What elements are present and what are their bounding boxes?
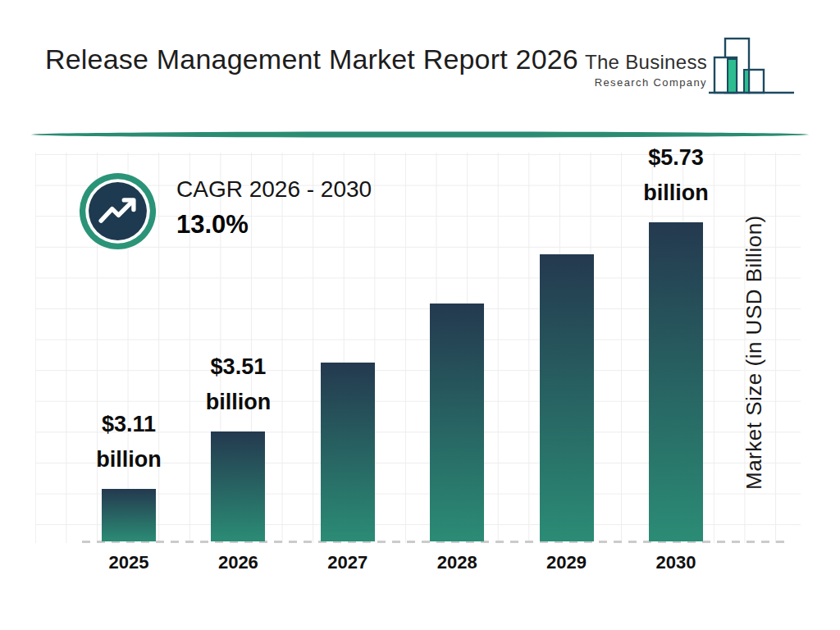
x-axis-label: 2030 bbox=[655, 552, 696, 573]
cagr-callout: CAGR 2026 - 2030 13.0% bbox=[78, 171, 372, 251]
cagr-text: CAGR 2026 - 2030 13.0% bbox=[176, 171, 372, 251]
divider bbox=[31, 127, 809, 135]
x-axis-label: 2026 bbox=[218, 552, 258, 573]
bar bbox=[321, 363, 375, 541]
x-axis-label: 2027 bbox=[327, 552, 368, 573]
cagr-value: 13.0% bbox=[176, 210, 372, 240]
bar-value-label: $3.11 billion bbox=[75, 407, 183, 477]
logo-text: The Business Research Company bbox=[584, 51, 707, 89]
bar bbox=[102, 489, 156, 541]
cagr-label: CAGR 2026 - 2030 bbox=[176, 176, 372, 203]
bar bbox=[649, 222, 703, 541]
x-axis-label: 2025 bbox=[109, 552, 149, 573]
bar bbox=[430, 304, 484, 541]
bar bbox=[540, 254, 594, 541]
x-axis-label: 2029 bbox=[546, 552, 587, 573]
logo-name: The Business bbox=[584, 51, 707, 74]
x-axis-label: 2028 bbox=[437, 552, 477, 573]
bar-slot: 2029 bbox=[540, 153, 594, 541]
bar-slot: 2028 bbox=[430, 153, 484, 541]
company-logo: The Business Research Company bbox=[584, 30, 794, 97]
bar bbox=[211, 431, 265, 541]
y-axis-title: Market Size (in USD Billion) bbox=[735, 164, 773, 541]
logo-tagline: Research Company bbox=[584, 76, 707, 89]
logo-bars-icon bbox=[709, 30, 794, 97]
bar-value-label: $3.51 billion bbox=[184, 349, 292, 420]
page-title: Release Management Market Report 2026 bbox=[45, 39, 578, 80]
bar-value-label: $5.73 billion bbox=[622, 140, 730, 211]
trend-up-icon bbox=[78, 171, 158, 251]
bar-slot: $5.73 billion 2030 bbox=[649, 153, 703, 541]
